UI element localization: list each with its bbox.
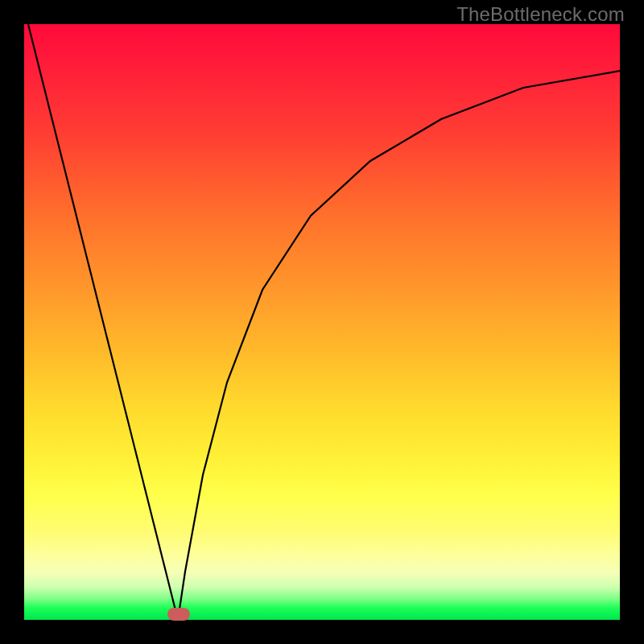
curve-left-branch [28,24,178,620]
curve-svg [24,24,620,620]
curve-right-branch [178,71,620,620]
watermark-text: TheBottleneck.com [456,3,625,26]
chart-frame: TheBottleneck.com [0,0,644,644]
bottleneck-marker [167,608,190,621]
plot-area [24,24,620,620]
